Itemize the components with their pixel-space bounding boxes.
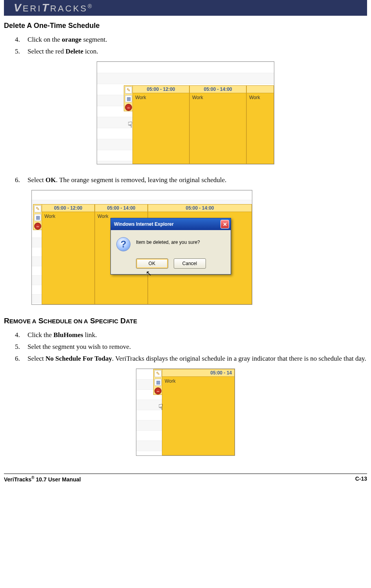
step-6b: Select No Schedule For Today. VeriTracks… bbox=[22, 355, 367, 363]
section-title-delete: Delete A One-Time Schedule bbox=[4, 22, 367, 30]
question-icon: ? bbox=[116, 237, 130, 251]
dialog-titlebar: Windows Internet Explorer ✕ bbox=[111, 218, 231, 230]
schedule-segment-a[interactable]: 05:00 - 12:00 Work bbox=[42, 204, 95, 304]
step-4b: Click the BluHomes link. bbox=[22, 331, 367, 339]
schedule-segment-2[interactable]: 05:00 - 14:00 Work bbox=[189, 85, 246, 164]
step-4: Click on the orange segment. bbox=[22, 36, 367, 44]
section-title-remove: REMOVE A SCHEDULE ON A SPECIFIC DATE bbox=[4, 317, 367, 325]
pencil-icon[interactable]: ✎ bbox=[154, 370, 162, 377]
delete-icon[interactable]: – bbox=[154, 387, 162, 394]
segment-label-1: Work bbox=[133, 93, 189, 102]
segment-label-a: Work bbox=[42, 212, 94, 221]
page-footer: VeriTracks® 10.7 User Manual C-13 bbox=[4, 474, 367, 483]
step-5: Select the red Delete icon. bbox=[22, 48, 367, 55]
figure-1: ✎ ▦ – 05:00 - 12:00 Work 05:00 - 14:00 W… bbox=[4, 61, 367, 166]
calendar-icon[interactable]: ▦ bbox=[34, 214, 41, 221]
segment-toolbar-3: ✎ ▦ – bbox=[153, 369, 162, 395]
time-header-d: 05:00 - 14 bbox=[162, 369, 234, 377]
schedule-segment-3[interactable]: Work bbox=[246, 85, 274, 164]
brand-logo: VERITRACKS® bbox=[14, 2, 92, 14]
segment-toolbar-2: ✎ ▦ – bbox=[33, 204, 42, 230]
page-header: VERITRACKS® bbox=[4, 0, 367, 16]
dialog-title: Windows Internet Explorer bbox=[114, 221, 174, 227]
cursor-icon: ☟ bbox=[128, 120, 132, 129]
dialog-message: Item be deleted, are you sure? bbox=[136, 237, 200, 245]
calendar-icon[interactable]: ▦ bbox=[125, 95, 132, 102]
cancel-button[interactable]: Cancel bbox=[174, 258, 206, 269]
schedule-segment-1[interactable]: 05:00 - 12:00 Work bbox=[132, 85, 189, 164]
step-5b: Selet the segment you wish to remove. bbox=[22, 343, 367, 351]
segment-label-3: Work bbox=[247, 93, 274, 102]
segment-toolbar: ✎ ▦ – bbox=[124, 85, 133, 111]
time-header-c: 05:00 - 14:00 bbox=[148, 205, 252, 212]
cursor-icon: ↖ bbox=[146, 269, 152, 278]
time-header-2: 05:00 - 14:00 bbox=[190, 86, 246, 93]
figure-2: ✎ ▦ – 05:00 - 12:00 Work 05:00 - 14:00 W… bbox=[31, 190, 367, 307]
figure-3: ✎ ▦ – 05:00 - 14 Work ☟ bbox=[4, 369, 367, 458]
segment-label-d: Work bbox=[162, 377, 234, 385]
time-header-a: 05:00 - 12:00 bbox=[42, 205, 94, 212]
confirm-dialog: Windows Internet Explorer ✕ ? Item be de… bbox=[110, 218, 231, 275]
pencil-icon[interactable]: ✎ bbox=[125, 87, 132, 94]
calendar-icon[interactable]: ▦ bbox=[154, 379, 162, 386]
footer-right: C-13 bbox=[355, 476, 367, 483]
footer-left: VeriTracks® 10.7 User Manual bbox=[4, 476, 81, 483]
time-header-b: 05:00 - 14:00 bbox=[95, 205, 147, 212]
ok-button[interactable]: OK bbox=[136, 258, 168, 269]
schedule-segment-d[interactable]: 05:00 - 14 Work bbox=[162, 369, 235, 455]
cursor-icon: ☟ bbox=[158, 402, 163, 412]
segment-label-2: Work bbox=[190, 93, 246, 102]
time-header-3 bbox=[247, 86, 274, 93]
delete-icon[interactable]: – bbox=[125, 104, 132, 111]
step-6: Select OK. The orange segment is removed… bbox=[22, 176, 367, 184]
time-header-1: 05:00 - 12:00 bbox=[133, 86, 189, 93]
close-icon[interactable]: ✕ bbox=[220, 220, 229, 229]
delete-icon[interactable]: – bbox=[34, 223, 41, 230]
pencil-icon[interactable]: ✎ bbox=[34, 205, 41, 212]
